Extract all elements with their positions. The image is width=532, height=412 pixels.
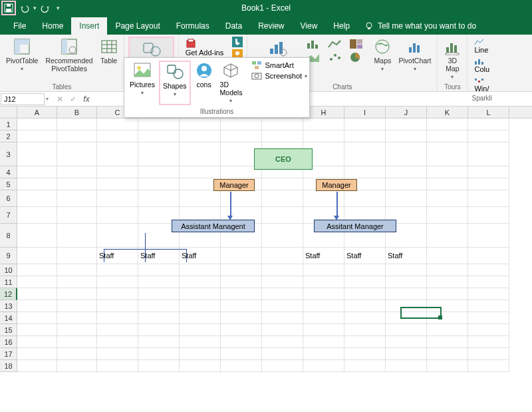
cell-J9[interactable]: Staff (386, 248, 427, 264)
cell-G15[interactable] (262, 324, 303, 336)
tab-file[interactable]: File (5, 17, 34, 35)
cell-K8[interactable] (427, 224, 468, 248)
cell-K3[interactable] (427, 142, 468, 166)
cell-A9[interactable] (17, 248, 57, 264)
scatter-chart-button[interactable] (327, 51, 347, 63)
cell-C16[interactable] (97, 336, 138, 348)
column-chart-button[interactable] (306, 38, 326, 50)
qat-save-button[interactable] (1, 1, 16, 15)
cell-C8[interactable] (97, 224, 138, 248)
cell-C15[interactable] (97, 324, 138, 336)
cell-A18[interactable] (17, 360, 57, 372)
cell-A7[interactable] (17, 207, 57, 224)
cell-B18[interactable] (57, 360, 97, 372)
cell-A6[interactable] (17, 190, 57, 207)
pivotchart-button[interactable]: PivotChart ▾ (396, 37, 433, 73)
cell-B13[interactable] (57, 300, 97, 312)
cell-D5[interactable] (138, 178, 180, 190)
cell-F10[interactable] (221, 264, 262, 276)
row-head-7[interactable]: 7 (0, 207, 17, 224)
cell-D13[interactable] (138, 300, 180, 312)
cell-I6[interactable] (344, 190, 386, 207)
cell-K10[interactable] (427, 264, 468, 276)
cell-E17[interactable] (180, 348, 221, 360)
cell-A12[interactable] (17, 288, 57, 300)
cell-C17[interactable] (97, 348, 138, 360)
cell-A4[interactable] (17, 166, 57, 178)
cell-I12[interactable] (344, 288, 386, 300)
cell-F15[interactable] (221, 324, 262, 336)
cell-B5[interactable] (57, 178, 97, 190)
cell-G14[interactable] (262, 312, 303, 324)
cell-C3[interactable] (97, 142, 138, 166)
cell-C14[interactable] (97, 312, 138, 324)
name-box-dropdown[interactable]: ▾ (45, 96, 50, 102)
cell-B15[interactable] (57, 324, 97, 336)
cell-K9[interactable] (427, 248, 468, 264)
cell-L18[interactable] (468, 360, 509, 372)
cell-K5[interactable] (427, 178, 468, 190)
cell-F18[interactable] (221, 360, 262, 372)
pie-chart-button[interactable] (348, 51, 368, 63)
cell-G18[interactable] (262, 360, 303, 372)
cell-J3[interactable] (386, 142, 427, 166)
cell-H16[interactable] (303, 336, 344, 348)
cell-C11[interactable] (97, 276, 138, 288)
cell-G16[interactable] (262, 336, 303, 348)
row-head-9[interactable]: 9 (0, 248, 17, 264)
cell-E14[interactable] (180, 312, 221, 324)
cell-A16[interactable] (17, 336, 57, 348)
cell-D6[interactable] (138, 190, 180, 207)
cell-C10[interactable] (97, 264, 138, 276)
cell-G2[interactable] (262, 130, 303, 142)
cell-B6[interactable] (57, 190, 97, 207)
cell-H1[interactable] (303, 118, 344, 130)
cell-D3[interactable] (138, 142, 180, 166)
cell-J10[interactable] (386, 264, 427, 276)
shape-manager-2[interactable]: Manager (316, 179, 357, 191)
cell-A10[interactable] (17, 264, 57, 276)
cell-C6[interactable] (97, 190, 138, 207)
pictures-button[interactable]: Pictures▾ (127, 61, 158, 105)
cell-J15[interactable] (386, 324, 427, 336)
cell-B11[interactable] (57, 276, 97, 288)
cell-H10[interactable] (303, 264, 344, 276)
line-chart-button[interactable] (327, 38, 347, 50)
cell-F1[interactable] (221, 118, 262, 130)
worksheet-grid[interactable]: A B C D E F G H I J K L 123456789StaffSt… (0, 106, 532, 372)
cell-K14[interactable] (427, 312, 468, 324)
cell-A15[interactable] (17, 324, 57, 336)
cell-H6[interactable] (303, 190, 344, 207)
cell-I1[interactable] (344, 118, 386, 130)
cell-L8[interactable] (468, 224, 509, 248)
cancel-formula-button[interactable]: ✕ (54, 95, 66, 104)
col-head-k[interactable]: K (427, 106, 468, 118)
cell-I16[interactable] (344, 336, 386, 348)
cell-E10[interactable] (180, 264, 221, 276)
cell-F12[interactable] (221, 288, 262, 300)
row-head-5[interactable]: 5 (0, 178, 17, 190)
cell-I4[interactable] (344, 166, 386, 178)
cell-L10[interactable] (468, 264, 509, 276)
treemap-chart-button[interactable] (348, 38, 368, 50)
qat-customize-dropdown[interactable]: ▾ (57, 5, 60, 11)
cell-G7[interactable] (262, 207, 303, 224)
cell-L9[interactable] (468, 248, 509, 264)
col-head-i[interactable]: I (344, 106, 386, 118)
cell-D12[interactable] (138, 288, 180, 300)
cell-C18[interactable] (97, 360, 138, 372)
cell-K11[interactable] (427, 276, 468, 288)
name-box[interactable] (1, 93, 45, 105)
cell-B16[interactable] (57, 336, 97, 348)
cell-G9[interactable] (262, 248, 303, 264)
enter-formula-button[interactable]: ✓ (67, 95, 79, 104)
get-addins-button[interactable]: Get Add-ins (183, 37, 229, 58)
3d-map-button[interactable]: 3D Map ▾ (442, 37, 463, 81)
row-head-6[interactable]: 6 (0, 190, 17, 207)
cell-J16[interactable] (386, 336, 427, 348)
cell-C1[interactable] (97, 118, 138, 130)
insert-function-button[interactable]: fx (80, 95, 92, 104)
cell-J17[interactable] (386, 348, 427, 360)
cell-K6[interactable] (427, 190, 468, 207)
row-head-1[interactable]: 1 (0, 118, 17, 130)
